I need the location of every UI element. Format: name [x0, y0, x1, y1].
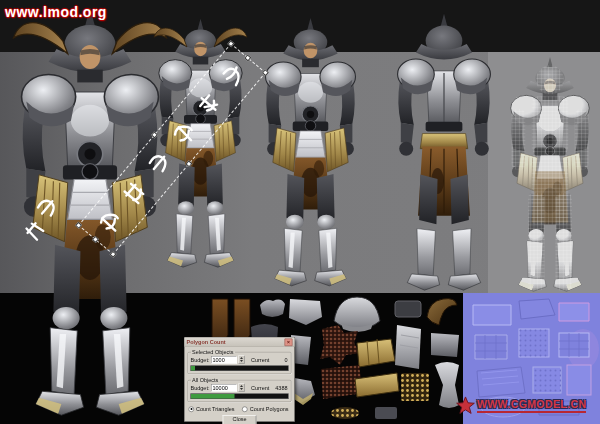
selected-objects-label: Selected Objects [191, 349, 236, 355]
all-objects-group: All Objects Budget: Current 4388 [188, 377, 292, 402]
calligraphy-glyph [119, 178, 150, 209]
red-star-icon [456, 396, 475, 415]
all-objects-label: All Objects [191, 377, 220, 383]
all-progress-bar [191, 394, 289, 400]
radio-count-polygons-label: Count Polygons [250, 406, 289, 412]
radio-count-polygons[interactable]: Count Polygons [242, 406, 288, 412]
spinner-up-icon[interactable] [240, 357, 243, 359]
current-label: Current [251, 385, 269, 391]
dialog-titlebar[interactable]: Polygon Count × [185, 338, 295, 348]
radio-count-triangles-label: Count Triangles [196, 406, 235, 412]
all-budget-row: Budget: Current 4388 [191, 384, 289, 392]
spinner-down-icon[interactable] [240, 388, 243, 390]
radio-selected-icon[interactable] [189, 406, 195, 412]
budget-spinner[interactable] [238, 384, 244, 392]
count-mode-radios: Count Triangles Count Polygons [188, 405, 292, 415]
screenshot-root: Polygon Count × Selected Objects Budget:… [0, 0, 600, 424]
all-progress-fill [191, 394, 235, 399]
budget-label: Budget: [191, 357, 210, 363]
all-current-value: 4388 [275, 385, 288, 391]
close-button[interactable]: Close [223, 415, 257, 424]
knight-render-back [398, 14, 491, 290]
selected-budget-input[interactable] [211, 356, 237, 364]
close-icon[interactable]: × [285, 338, 293, 346]
calligraphy-glyph [218, 60, 249, 91]
calligraphy-glyph [144, 148, 175, 179]
cgmodel-watermark-text: WWW.CGMODEL.CN [477, 398, 586, 413]
radio-count-triangles[interactable]: Count Triangles [189, 406, 235, 412]
knight-render-wireframe [511, 57, 590, 291]
selected-progress-fill [191, 366, 195, 371]
polygon-count-dialog: Polygon Count × Selected Objects Budget:… [184, 337, 295, 422]
budget-label: Budget: [191, 385, 210, 391]
current-label: Current [251, 357, 269, 363]
spinner-down-icon[interactable] [240, 360, 243, 362]
lmod-watermark: www.lmod.org [5, 4, 107, 20]
calligraphy-glyph [95, 207, 126, 238]
all-budget-input[interactable] [211, 384, 237, 392]
dialog-body: Selected Objects Budget: Current 0 All O… [185, 347, 295, 424]
spinner-up-icon[interactable] [240, 385, 243, 387]
knight-render-front [266, 18, 356, 286]
calligraphy-glyph [193, 90, 224, 121]
selected-current-value: 0 [284, 357, 288, 363]
radio-unselected-icon[interactable] [242, 406, 248, 412]
calligraphy-glyph [169, 119, 200, 150]
budget-spinner[interactable] [238, 356, 244, 364]
selected-budget-row: Budget: Current 0 [191, 356, 289, 364]
cgmodel-watermark: WWW.CGMODEL.CN [456, 396, 586, 415]
selected-objects-group: Selected Objects Budget: Current 0 [188, 349, 292, 374]
marquee-handle[interactable] [151, 131, 158, 138]
dialog-title: Polygon Count [187, 339, 285, 345]
selected-progress-bar [191, 366, 289, 372]
